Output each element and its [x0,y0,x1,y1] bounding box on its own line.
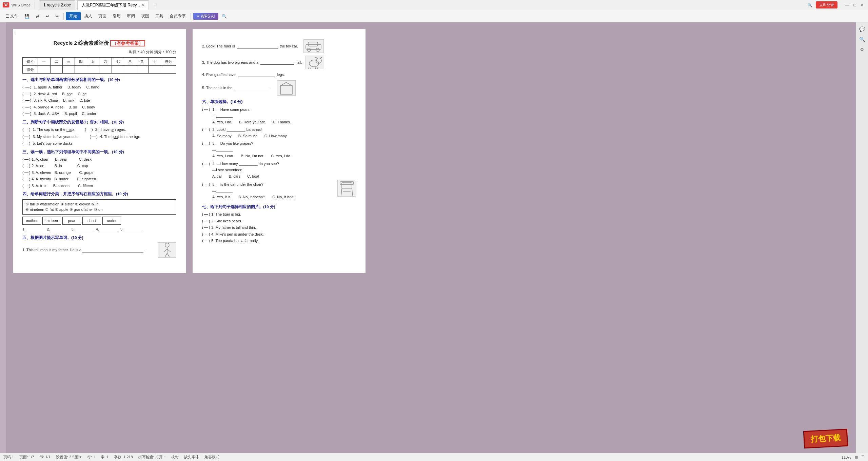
title-bar: W WPS Office 1 recycle 2.doc 人教PEP英语三年级下… [0,0,868,10]
svg-marker-17 [280,82,292,86]
dog-image [305,56,324,69]
tab1-label: 1 recycle 2.doc [43,3,71,7]
car-image [303,39,324,53]
window-controls: — □ ✕ [844,2,865,8]
view-list-icon[interactable]: ☰ [861,455,865,459]
download-badge[interactable]: 打包下载 [803,429,848,449]
status-proofread: 校对 [171,455,179,460]
toolbar-redo[interactable]: ↪ [53,13,61,20]
svg-rect-7 [308,42,318,46]
toolbar-search[interactable]: 🔍 [219,13,230,20]
toolbar-undo[interactable]: ↩ [43,13,52,20]
menu-bar: ☰ 文件 💾 🖨 ↩ ↪ 开始 插入 页面 引用 审阅 视图 工具 会员专享 ✦… [0,10,868,22]
menu-references[interactable]: 引用 [110,12,123,20]
s1-q4: () 4. orange A. nose B. so C. body [22,104,176,110]
p2-q3-fill [260,60,294,65]
search-icon[interactable]: 🔍 [806,2,813,8]
sidebar-settings-icon[interactable]: ⚙ [858,45,866,54]
category-row: mother thirteen pear short under [22,217,176,225]
s7-q4: () 4. Mike's pen is under the desk. [202,232,356,237]
right-sidebar: 💬 🔍 ⚙ ✦ [856,22,868,461]
score-header-label: 题号 [23,58,38,66]
view-icon[interactable]: ▦ [854,455,858,459]
sep [35,2,35,8]
sep2 [191,13,191,20]
wps-logo: W [3,2,9,7]
p2-q2: 2. Look! The ruler is the toy car. [202,39,356,53]
s6-q5-options: A. Yes, it is. B. No, it doesn't. C. No,… [212,194,337,200]
s3-q2: () 2. A. on B. in C. cap [22,163,176,169]
section6-title: 六、单项选择。(10 分) [202,99,356,105]
s6-q2-options: A. So many B. So much C. How many [212,133,356,139]
score-table: 题号 一 二 三 四 五 六 七 八 九 十 总分 得分 [22,57,176,74]
s6-q5-container: () 5. —Is the cat under the chair? —____… [202,180,356,201]
status-bar: 页码 1 页面: 1/7 节: 1/1 设置值: 2.5厘米 行: 1 字: 1… [0,453,868,461]
p2-q3: 3. The dog has two big ears and a tail. [202,56,356,69]
pages-container: ⠿ Recycle 2 综合素质评价 （有参考答案） 时间：40 分钟 满分：1… [6,22,856,461]
tab-doc1[interactable]: 1 recycle 2.doc [39,0,75,10]
tab2-close-icon[interactable]: ✕ [142,3,144,7]
tab-doc2[interactable]: 人教PEP英语三年级下册 Recy... ✕ [77,0,149,10]
s7-q3: () 3. My father is tall and thin. [202,225,356,230]
s6-q1: () 1. —Have some pears. [202,107,356,113]
main-area: ⠿ Recycle 2 综合素质评价 （有参考答案） 时间：40 分钟 满分：1… [0,22,868,461]
sep1 [63,13,64,20]
s1-q2: () 2. desk A. red B. she C. he [22,91,176,97]
status-spell: 拼写检查: 打开 ~ [138,455,166,460]
svg-point-0 [165,243,169,247]
s5-q1-fill [82,248,143,253]
menu-member[interactable]: 会员专享 [167,12,189,20]
title-bar-left: W WPS Office 1 recycle 2.doc 人教PEP英语三年级下… [3,0,159,10]
svg-line-12 [309,67,309,69]
svg-rect-16 [280,86,292,94]
s7-q2: () 2. She likes pears. [202,218,356,224]
wps-office-label: WPS Office [11,3,31,7]
status-line: 行: 1 [87,455,95,460]
s5-q1-row: 1. This tall man is my father. He is a . [22,242,176,258]
svg-line-13 [311,67,311,69]
toolbar-save[interactable]: 💾 [22,13,32,20]
s1-q5: () 5. duck A. USA B. pupil C. under [22,111,176,117]
add-tab-button[interactable]: + [151,2,159,8]
close-icon[interactable]: ✕ [859,2,865,8]
p2-q2-fill [237,44,278,48]
menu-layout[interactable]: 页面 [96,12,109,20]
zoom-level: 110% [842,455,851,459]
menu-home[interactable]: 开始 [66,12,81,20]
menu-file[interactable]: ☰ 文件 [3,12,21,20]
restore-icon[interactable]: □ [852,2,858,8]
page-2: 2. Look! The ruler is the toy car. 3. Th… [193,29,366,273]
time-info: 时间：40 分钟 满分：100 分 [22,49,176,55]
wps-ai-icon: ✦ [196,14,201,19]
minimize-icon[interactable]: — [844,2,850,8]
cat-thirteen: thirteen [42,217,61,225]
sidebar-search-icon[interactable]: 🔍 [858,35,866,43]
s6-q3: () 3. —Do you like grapes? [202,141,356,146]
section4-title: 四、给单词进行分类，并把序号写在相应的方框里。(10 分) [22,191,176,197]
section7-title: 七、给下列句子选择相应的图片。(10 分) [202,204,356,210]
menu-view[interactable]: 视图 [138,12,152,20]
status-settings: 设置值: 2.5厘米 [56,455,82,460]
s5-image [158,242,176,258]
status-page-of: 页面: 1/7 [19,455,34,460]
section2-title: 二、判断句子中画线部分的发音是(T) 否(F) 相同。(10 分) [22,119,176,125]
wps-ai-button[interactable]: ✦ WPS AI [193,13,218,20]
s1-q1: () 1. apple A. father B. today C. hand [22,84,176,90]
menu-review[interactable]: 审阅 [124,12,138,20]
box-image [277,80,296,96]
words-box: ① tall ② watermelon ③ sister ④ eleven ⑤ … [22,199,176,215]
status-right: 110% ▦ ☰ [842,455,865,459]
menu-insert[interactable]: 插入 [81,12,95,20]
status-font: 缺失字体 [184,455,199,460]
p2-q4: 4. Five giraffes have legs. [202,72,356,78]
s6-q4-options: A. car B. cars C. boat [212,174,356,179]
toolbar-print[interactable]: 🖨 [33,13,42,20]
menu-file-icon: ☰ [5,14,9,19]
sidebar-comment-icon[interactable]: 💬 [858,25,866,33]
section3-title: 三、读一读，选出下列每组单词中不同类的一项。(10 分) [22,149,176,155]
svg-rect-19 [342,183,352,189]
login-button[interactable]: 立即登录 [816,1,837,8]
menu-tools[interactable]: 工具 [153,12,166,20]
p2-q4-fill [238,72,275,77]
section5-title: 五、根据图片提示写单词。(10 分) [22,235,176,241]
